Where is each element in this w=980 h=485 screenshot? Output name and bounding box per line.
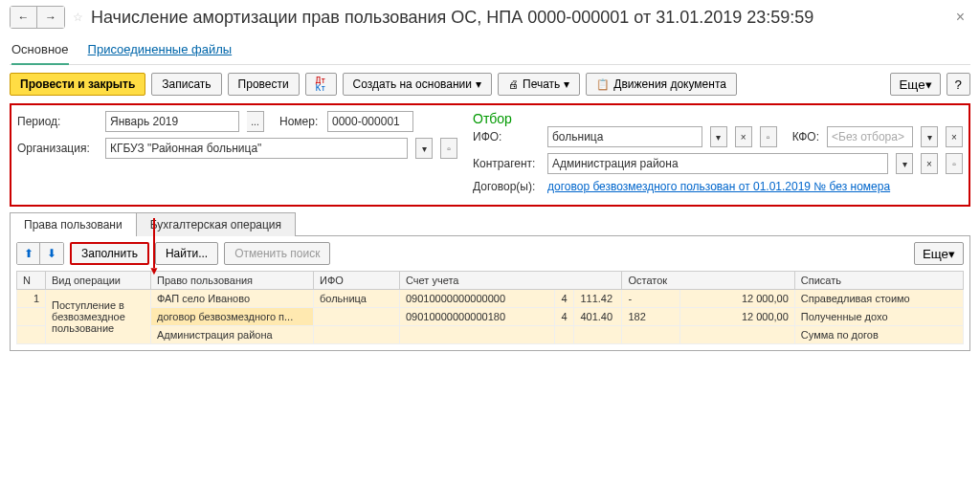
contractor-label: Контрагент: <box>473 157 540 170</box>
nav-buttons: ← → <box>10 6 65 29</box>
annotation-arrow: ▼ <box>148 264 160 277</box>
back-button[interactable]: ← <box>11 7 37 28</box>
chevron-down-icon: ▾ <box>948 247 955 261</box>
move-up-button[interactable]: ⬆ <box>17 243 40 264</box>
ifo-clear-button[interactable]: × <box>735 126 752 147</box>
dk-button[interactable]: ДтКт <box>305 73 337 96</box>
find-button[interactable]: Найти... <box>155 242 218 265</box>
move-down-button[interactable]: ⬇ <box>40 243 63 264</box>
kfo-input[interactable]: <Без отбора> <box>827 126 913 147</box>
table-row[interactable]: Администрация района Сумма по догов <box>17 326 964 344</box>
col-balance[interactable]: Остаток <box>622 272 794 290</box>
contracts-label: Договор(ы): <box>473 180 540 193</box>
post-button[interactable]: Провести <box>228 73 300 96</box>
annotation-line <box>153 218 155 268</box>
save-button[interactable]: Записать <box>151 73 221 96</box>
col-op-type[interactable]: Вид операции <box>46 272 151 290</box>
cancel-find-button[interactable]: Отменить поиск <box>224 242 330 265</box>
create-based-button[interactable]: Создать на основании ▾ <box>343 73 493 96</box>
table-row[interactable]: договор безвозмездного п... 090100000000… <box>17 308 964 326</box>
number-label: Номер: <box>279 115 320 128</box>
ifo-open-button[interactable]: ▫ <box>760 126 777 147</box>
period-label: Период: <box>17 115 98 128</box>
col-n[interactable]: N <box>17 272 46 290</box>
contractor-open-button[interactable]: ▫ <box>946 153 963 174</box>
tab-files[interactable]: Присоединенные файлы <box>88 42 233 56</box>
col-account[interactable]: Счет учета <box>400 272 622 290</box>
table-row[interactable]: 1 Поступление в безвозмездное пользовани… <box>17 290 964 308</box>
table-more-button[interactable]: Еще ▾ <box>914 242 964 265</box>
ifo-dropdown-button[interactable]: ▾ <box>710 126 727 147</box>
tab-rights[interactable]: Права пользовани <box>10 212 137 236</box>
forward-button[interactable]: → <box>37 7 64 28</box>
filter-title: Отбор <box>473 111 963 126</box>
kfo-clear-button[interactable]: × <box>946 126 963 147</box>
chevron-down-icon: ▾ <box>476 77 481 91</box>
close-icon[interactable]: × <box>950 9 970 26</box>
rights-table[interactable]: N Вид операции Право пользования ИФО Сче… <box>16 271 964 344</box>
move-buttons: ⬆ ⬇ <box>16 242 64 265</box>
ifo-label: ИФО: <box>473 130 540 143</box>
tab-accounting[interactable]: Бухгалтерская операция <box>136 212 296 236</box>
page-title: Начисление амортизации прав пользования … <box>91 8 950 28</box>
org-input[interactable]: КГБУЗ "Районная больница" <box>105 138 408 159</box>
org-open-button[interactable]: ▫ <box>440 138 457 159</box>
favorite-icon[interactable]: ☆ <box>73 11 83 24</box>
chevron-down-icon: ▾ <box>564 77 569 91</box>
chevron-down-icon: ▾ <box>925 77 932 92</box>
period-input[interactable]: Январь 2019 <box>105 111 239 132</box>
col-writeoff[interactable]: Списать <box>794 272 963 290</box>
number-input[interactable]: 0000-000001 <box>327 111 413 132</box>
help-button[interactable]: ? <box>947 73 970 96</box>
ifo-input[interactable]: больница <box>547 126 702 147</box>
org-dropdown-button[interactable]: ▾ <box>415 138 433 159</box>
contractor-clear-button[interactable]: × <box>921 153 938 174</box>
form-panel: Период: Январь 2019 ... Номер: 0000-0000… <box>10 103 970 207</box>
post-close-button[interactable]: Провести и закрыть <box>10 73 145 96</box>
print-button[interactable]: Печать ▾ <box>498 73 580 96</box>
col-ifo[interactable]: ИФО <box>314 272 400 290</box>
period-picker-button[interactable]: ... <box>247 111 264 132</box>
contractor-dropdown-button[interactable]: ▾ <box>896 153 913 174</box>
contracts-link[interactable]: договор безвозмездного пользован от 01.0… <box>547 180 890 193</box>
print-icon <box>508 77 519 91</box>
report-icon <box>596 77 610 91</box>
fill-button[interactable]: Заполнить <box>70 242 149 265</box>
more-button[interactable]: Еще ▾ <box>890 73 940 96</box>
contractor-input[interactable]: Администрация района <box>547 153 888 174</box>
kfo-dropdown-button[interactable]: ▾ <box>921 126 938 147</box>
col-right[interactable]: Право пользования <box>151 272 314 290</box>
movements-button[interactable]: Движения документа <box>586 73 737 96</box>
kfo-label: КФО: <box>792 130 819 143</box>
org-label: Организация: <box>17 142 98 155</box>
tab-main[interactable]: Основное <box>11 42 69 65</box>
